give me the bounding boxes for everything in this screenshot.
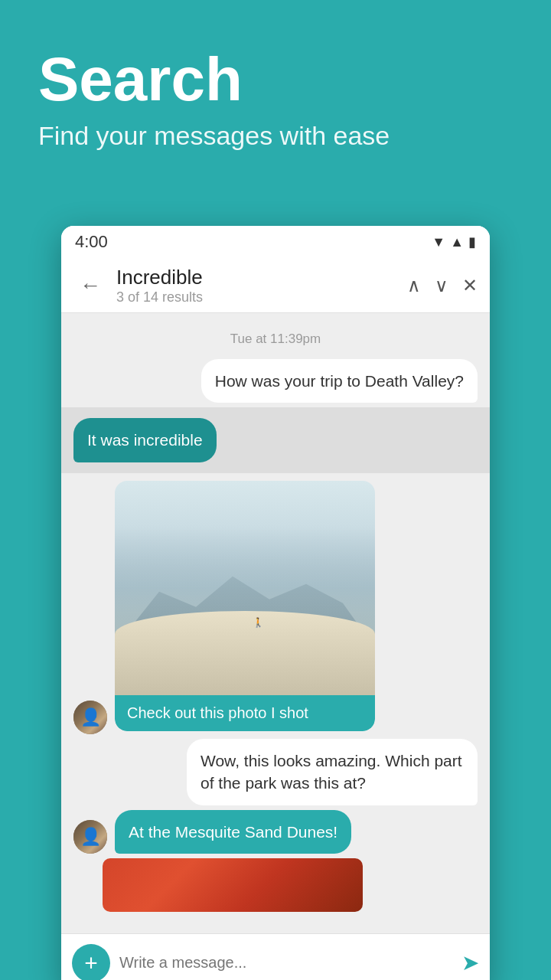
image-caption: Check out this photo I shot xyxy=(115,695,375,731)
status-time: 4:00 xyxy=(75,232,108,252)
message-bubble-outgoing-2: Wow, this looks amazing. Which part of t… xyxy=(187,739,478,805)
back-button[interactable]: ← xyxy=(73,270,107,301)
status-bar: 4:00 ▼ ▲ ▮ xyxy=(61,226,490,258)
send-button[interactable]: ➤ xyxy=(461,950,479,975)
message-row: How was your trip to Death Valley? xyxy=(73,359,478,403)
tiny-figure: 🚶 xyxy=(253,617,264,628)
message-row-outgoing-2: Wow, this looks amazing. Which part of t… xyxy=(73,739,478,805)
toolbar-actions: ∧ ∨ ✕ xyxy=(407,275,478,296)
toolbar: ← Incredible 3 of 14 results ∧ ∨ ✕ xyxy=(61,258,490,313)
image-message: 🚶 Check out this photo I shot xyxy=(115,481,375,731)
battery-icon: ▮ xyxy=(468,234,476,250)
message-input[interactable] xyxy=(119,946,452,981)
avatar xyxy=(73,701,107,734)
message-text: Wow, this looks amazing. Which part of t… xyxy=(201,752,462,792)
phone-frame: 4:00 ▼ ▲ ▮ ← Incredible 3 of 14 results … xyxy=(61,226,490,980)
photo-image: 🚶 xyxy=(115,481,375,695)
wifi-icon: ▼ xyxy=(432,234,445,250)
avatar-2 xyxy=(73,820,107,854)
search-term-label: Incredible xyxy=(116,266,398,289)
messages-area[interactable]: Tue at 11:39pm How was your trip to Deat… xyxy=(61,313,490,933)
toolbar-title-section: Incredible 3 of 14 results xyxy=(116,266,398,305)
input-bar: + ➤ xyxy=(61,933,490,980)
message-row-incoming-2: At the Mesquite Sand Dunes! xyxy=(73,810,478,854)
avatar-image xyxy=(73,701,107,734)
page-subtitle: Find your messages with ease xyxy=(38,121,513,151)
add-icon: + xyxy=(84,950,98,976)
results-label: 3 of 14 results xyxy=(116,289,398,305)
message-bubble-incoming-highlighted: It was incredible xyxy=(73,418,217,462)
message-bubble-outgoing-1: How was your trip to Death Valley? xyxy=(201,359,478,403)
thumbnail-preview xyxy=(103,858,363,912)
nav-down-button[interactable]: ∨ xyxy=(435,275,448,296)
message-text: At the Mesquite Sand Dunes! xyxy=(129,823,337,841)
message-text: It was incredible xyxy=(87,431,203,449)
message-text: How was your trip to Death Valley? xyxy=(215,372,464,390)
avatar-image-2 xyxy=(73,820,107,854)
header-section: Search Find your messages with ease xyxy=(0,0,551,181)
close-button[interactable]: ✕ xyxy=(462,275,478,296)
signal-icon: ▲ xyxy=(450,234,464,250)
add-attachment-button[interactable]: + xyxy=(72,944,110,981)
timestamp-label: Tue at 11:39pm xyxy=(61,332,490,347)
status-icons: ▼ ▲ ▮ xyxy=(432,234,476,250)
message-row-highlighted: It was incredible xyxy=(73,418,478,462)
message-bubble-incoming-2: At the Mesquite Sand Dunes! xyxy=(115,810,351,854)
nav-up-button[interactable]: ∧ xyxy=(407,275,421,296)
message-row-with-image: 🚶 Check out this photo I shot xyxy=(73,478,478,734)
page-title: Search xyxy=(38,46,513,113)
sand-dune-front xyxy=(115,611,375,695)
